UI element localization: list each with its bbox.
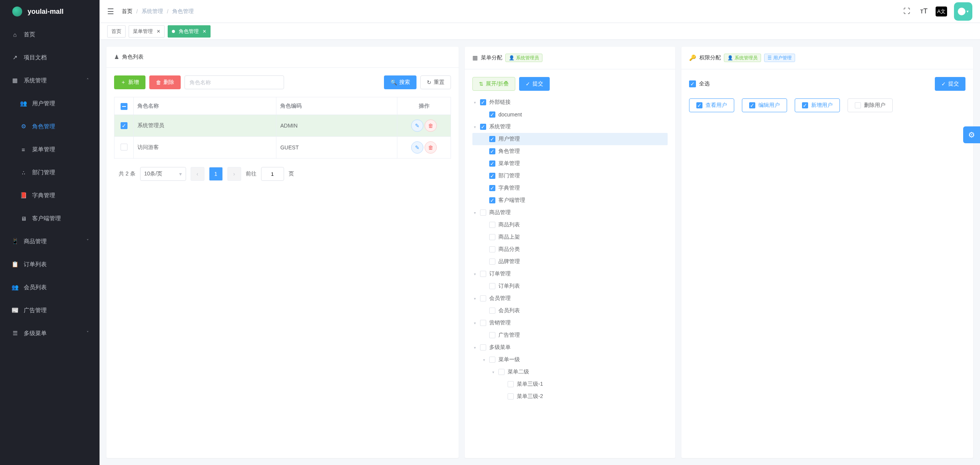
tree-checkbox[interactable]: ✓ (480, 99, 486, 105)
tree-checkbox[interactable] (489, 332, 495, 338)
tree-checkbox[interactable]: ✓ (489, 185, 495, 191)
close-icon[interactable]: ✕ (203, 29, 206, 34)
delete-row-button[interactable]: 🗑 (425, 120, 437, 132)
tree-checkbox[interactable] (480, 271, 486, 277)
tree-checkbox[interactable] (480, 295, 486, 301)
tree-checkbox[interactable]: ✓ (489, 160, 495, 167)
tree-node[interactable]: ▾ ✓ 外部链接 (472, 96, 668, 108)
tree-checkbox[interactable] (489, 308, 495, 314)
tree-checkbox[interactable]: ✓ (489, 148, 495, 154)
caret-icon[interactable]: ▾ (474, 345, 480, 350)
tree-checkbox[interactable] (480, 344, 486, 350)
tree-node[interactable]: ✓ 部门管理 (472, 170, 668, 182)
tree-node[interactable]: ✓ 用户管理 (472, 133, 668, 145)
tree-checkbox[interactable] (480, 210, 486, 216)
permission-toggle[interactable]: ✓查看用户 (689, 98, 734, 112)
expand-collapse-button[interactable]: ⇅展开/折叠 (472, 77, 515, 91)
role-name-input[interactable] (185, 75, 284, 89)
tree-node[interactable]: ▾ 菜单二级 (472, 366, 668, 378)
permission-toggle[interactable]: ✓编辑用户 (742, 98, 787, 112)
tree-node[interactable]: 菜单三级-1 (472, 378, 668, 390)
tree-node[interactable]: ▾ 菜单一级 (472, 354, 668, 366)
add-button[interactable]: ＋新增 (114, 75, 145, 89)
row-checkbox[interactable] (121, 144, 127, 151)
tree-node[interactable]: ▾ 营销管理 (472, 317, 668, 329)
tree-node[interactable]: ✓ 客户端管理 (472, 194, 668, 206)
permission-toggle[interactable]: ✓新增用户 (795, 98, 840, 112)
tree-checkbox[interactable]: ✓ (489, 173, 495, 179)
font-size-icon[interactable]: тT (919, 7, 929, 16)
table-row[interactable]: ✓ 系统管理员 ADMIN ✎ 🗑 (114, 115, 451, 137)
settings-fab[interactable]: ⚙ (963, 126, 980, 143)
sidebar-item[interactable]: ☰多级菜单˅ (0, 322, 100, 345)
sidebar-item[interactable]: ⚙角色管理 (0, 115, 100, 138)
caret-icon[interactable]: ▾ (492, 370, 498, 374)
reset-button[interactable]: ↻重置 (420, 75, 451, 89)
sidebar-item[interactable]: 📱商品管理˅ (0, 230, 100, 253)
sidebar-item[interactable]: 📕字典管理 (0, 184, 100, 207)
prev-page-button[interactable]: ‹ (191, 167, 204, 181)
goto-page-input[interactable] (261, 167, 284, 181)
tree-node[interactable]: ▾ 会员管理 (472, 292, 668, 305)
sidebar-item[interactable]: 📰广告管理 (0, 299, 100, 322)
select-all-checkbox[interactable] (121, 103, 127, 110)
tree-checkbox[interactable]: ✓ (489, 111, 495, 118)
search-button[interactable]: 🔍搜索 (384, 75, 416, 89)
tree-checkbox[interactable] (489, 234, 495, 240)
permission-toggle[interactable]: 删除用户 (848, 98, 893, 112)
delete-button[interactable]: 🗑删除 (149, 75, 181, 89)
caret-icon[interactable]: ▾ (474, 125, 480, 129)
tree-checkbox[interactable]: ✓ (489, 136, 495, 142)
page-1-button[interactable]: 1 (209, 167, 223, 181)
tree-checkbox[interactable] (489, 222, 495, 228)
edit-button[interactable]: ✎ (411, 141, 423, 154)
perm-submit-button[interactable]: ✓提交 (935, 77, 965, 91)
tree-node[interactable]: 商品上架 (472, 231, 668, 243)
tree-checkbox[interactable]: ✓ (480, 124, 486, 130)
tree-node[interactable]: ✓ 字典管理 (472, 182, 668, 194)
menu-submit-button[interactable]: ✓提交 (519, 77, 550, 91)
avatar[interactable]: ▾ (954, 2, 972, 21)
tree-node[interactable]: ✓ 菜单管理 (472, 157, 668, 170)
sidebar-item[interactable]: ▦系统管理˄ (0, 69, 100, 92)
table-row[interactable]: 访问游客 GUEST ✎ 🗑 (114, 137, 451, 159)
caret-icon[interactable]: ▾ (474, 100, 480, 105)
sidebar-item[interactable]: ≡菜单管理 (0, 138, 100, 161)
tree-node[interactable]: 商品列表 (472, 219, 668, 231)
edit-button[interactable]: ✎ (411, 120, 423, 132)
tree-checkbox[interactable] (508, 381, 514, 387)
tree-node[interactable]: 品牌管理 (472, 255, 668, 268)
tree-node[interactable]: ✓ 角色管理 (472, 145, 668, 157)
tree-node[interactable]: ✓ document (472, 108, 668, 121)
tree-node[interactable]: ▾ 商品管理 (472, 206, 668, 219)
tab[interactable]: 角色管理✕ (168, 25, 211, 38)
breadcrumb-home[interactable]: 首页 (122, 8, 132, 15)
delete-row-button[interactable]: 🗑 (425, 141, 437, 154)
tree-node[interactable]: 商品分类 (472, 243, 668, 255)
sidebar-item[interactable]: 📋订单列表 (0, 253, 100, 276)
language-icon[interactable]: A文 (936, 7, 947, 16)
tree-checkbox[interactable] (489, 283, 495, 289)
close-icon[interactable]: ✕ (157, 29, 160, 34)
tree-node[interactable]: 广告管理 (472, 329, 668, 341)
page-size-select[interactable]: 10条/页▾ (140, 167, 186, 181)
select-all-perms[interactable]: ✓全选 (689, 80, 710, 87)
sidebar-item[interactable]: ⌂首页 (0, 23, 100, 46)
tree-node[interactable]: ▾ ✓ 系统管理 (472, 121, 668, 133)
tree-node[interactable]: 菜单三级-2 (472, 390, 668, 403)
tree-checkbox[interactable] (480, 320, 486, 326)
sidebar-item[interactable]: 👥会员列表 (0, 276, 100, 299)
next-page-button[interactable]: › (227, 167, 241, 181)
sidebar-item[interactable]: ↗项目文档 (0, 46, 100, 69)
collapse-sidebar-button[interactable]: ☰ (107, 7, 114, 16)
tree-node[interactable]: 会员列表 (472, 305, 668, 317)
tab[interactable]: 首页 (107, 25, 126, 38)
caret-icon[interactable]: ▾ (474, 296, 480, 301)
sidebar-item[interactable]: 🖥客户端管理 (0, 207, 100, 230)
caret-icon[interactable]: ▾ (474, 272, 480, 276)
caret-icon[interactable]: ▾ (474, 211, 480, 215)
fullscreen-icon[interactable]: ⛶ (902, 7, 912, 16)
tree-checkbox[interactable]: ✓ (489, 197, 495, 203)
caret-icon[interactable]: ▾ (474, 321, 480, 325)
tree-checkbox[interactable] (489, 357, 495, 363)
